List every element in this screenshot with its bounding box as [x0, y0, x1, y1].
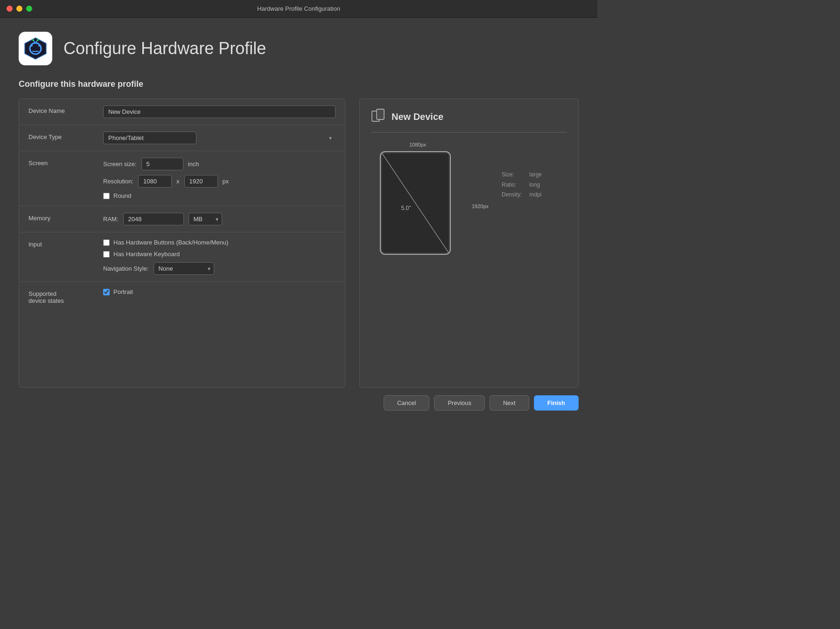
ratio-spec-value: long — [529, 180, 555, 190]
hw-keyboard-row: Has Hardware Keyboard — [103, 251, 336, 258]
hw-buttons-row: Has Hardware Buttons (Back/Home/Menu) — [103, 239, 336, 246]
hw-buttons-checkbox[interactable] — [103, 239, 110, 246]
resolution-label: Resolution: — [103, 178, 133, 185]
resolution-unit: px — [223, 178, 229, 185]
device-name-label: Device Name — [28, 105, 103, 114]
next-button[interactable]: Next — [490, 395, 529, 411]
svg-point-7 — [32, 39, 34, 41]
screen-label: Screen — [28, 158, 103, 167]
memory-label: Memory — [28, 213, 103, 222]
header: Configure Hardware Profile — [19, 32, 579, 65]
device-illustration: 1080px 5.0" 1920px — [371, 142, 464, 263]
device-name-controls — [103, 105, 336, 118]
svg-point-2 — [31, 45, 33, 47]
form-area: Device Name Device Type Phone/Tablet Tab… — [19, 98, 579, 388]
minimize-button[interactable] — [16, 6, 22, 12]
ram-unit-select-wrapper: MB GB — [189, 213, 222, 225]
resolution-y-input[interactable] — [184, 175, 218, 188]
main-content: Configure Hardware Profile Configure thi… — [0, 18, 597, 420]
window-title: Hardware Profile Configuration — [257, 5, 340, 12]
size-spec-value: large — [529, 170, 555, 180]
preview-panel: New Device 1080px — [359, 98, 579, 388]
button-bar: Cancel Previous Next Finish — [19, 388, 579, 411]
input-controls: Has Hardware Buttons (Back/Home/Menu) Ha… — [103, 239, 336, 275]
resolution-sep: x — [176, 178, 180, 185]
preview-device-icon — [371, 108, 385, 126]
logo-icon — [23, 36, 48, 61]
app-logo — [19, 32, 52, 65]
portrait-label[interactable]: Portrait — [113, 288, 133, 295]
previous-button[interactable]: Previous — [434, 395, 485, 411]
page-title: Configure Hardware Profile — [63, 39, 266, 58]
title-bar: Hardware Profile Configuration — [0, 0, 597, 18]
device-type-select[interactable]: Phone/Tablet Tablet Phone Wear OS Deskto… — [103, 132, 196, 144]
cancel-button[interactable]: Cancel — [384, 395, 429, 411]
screen-controls: Screen size: inch Resolution: x px Round — [103, 158, 336, 199]
size-spec-label: Size: — [502, 170, 528, 180]
ram-label: RAM: — [103, 216, 119, 223]
hw-keyboard-checkbox[interactable] — [103, 251, 110, 258]
width-label: 1080px — [371, 142, 464, 147]
form-panel: Device Name Device Type Phone/Tablet Tab… — [19, 98, 345, 388]
phone-svg: 5.0" — [371, 149, 464, 261]
screen-row: Screen Screen size: inch Resolution: x p… — [19, 151, 345, 206]
density-spec-row: Density: mdpi — [502, 190, 555, 200]
preview-header: New Device — [371, 108, 567, 133]
nav-style-select-wrapper: None D-pad Trackball Wheel — [154, 262, 214, 275]
supported-states-row: Supported device states Portrait — [19, 282, 345, 311]
height-label: 1920px — [472, 203, 489, 209]
device-type-controls: Phone/Tablet Tablet Phone Wear OS Deskto… — [103, 132, 336, 144]
finish-button[interactable]: Finish — [534, 395, 579, 411]
nav-style-select[interactable]: None D-pad Trackball Wheel — [154, 262, 214, 275]
close-button[interactable] — [7, 6, 13, 12]
round-row: Round — [103, 192, 336, 199]
input-row: Input Has Hardware Buttons (Back/Home/Me… — [19, 232, 345, 282]
device-type-row: Device Type Phone/Tablet Tablet Phone We… — [19, 125, 345, 151]
preview-device-name: New Device — [392, 112, 443, 122]
preview-body: 1080px 5.0" 1920px — [371, 142, 567, 263]
input-label: Input — [28, 239, 103, 248]
density-spec-value: mdpi — [529, 190, 555, 200]
screen-size-label: Screen size: — [103, 161, 137, 168]
hw-buttons-label[interactable]: Has Hardware Buttons (Back/Home/Menu) — [113, 239, 228, 246]
ram-row: RAM: MB GB — [103, 213, 336, 225]
screen-size-row: Screen size: inch — [103, 158, 336, 170]
maximize-button[interactable] — [26, 6, 32, 12]
round-label[interactable]: Round — [113, 192, 131, 199]
resolution-x-input[interactable] — [138, 175, 172, 188]
screen-size-input[interactable] — [141, 158, 183, 170]
density-spec-label: Density: — [502, 190, 528, 200]
nav-style-label: Navigation Style: — [103, 265, 149, 272]
svg-text:5.0": 5.0" — [401, 205, 411, 211]
device-type-label: Device Type — [28, 132, 103, 140]
screen-size-unit: inch — [188, 161, 199, 168]
ram-input[interactable] — [123, 213, 184, 225]
round-checkbox[interactable] — [103, 193, 110, 199]
size-spec-row: Size: large — [502, 170, 555, 180]
device-spec-info: Size: large Ratio: long Density: mdpi — [502, 170, 555, 200]
ratio-spec-row: Ratio: long — [502, 180, 555, 190]
ram-unit-select[interactable]: MB GB — [189, 213, 222, 225]
supported-states-controls: Portrait — [103, 288, 336, 295]
device-type-select-wrapper: Phone/Tablet Tablet Phone Wear OS Deskto… — [103, 132, 336, 144]
resolution-row: Resolution: x px — [103, 175, 336, 188]
svg-marker-0 — [25, 38, 46, 59]
phone-svg-wrap: 5.0" 1920px — [371, 149, 464, 263]
portrait-checkbox[interactable] — [103, 289, 110, 295]
svg-point-3 — [38, 45, 40, 47]
device-name-input[interactable] — [103, 105, 336, 118]
window-controls — [7, 6, 32, 12]
memory-row: Memory RAM: MB GB — [19, 206, 345, 232]
ratio-spec-label: Ratio: — [502, 180, 528, 190]
svg-point-8 — [37, 39, 39, 41]
supported-states-label: Supported device states — [28, 288, 103, 304]
memory-controls: RAM: MB GB — [103, 213, 336, 225]
nav-style-row: Navigation Style: None D-pad Trackball W… — [103, 262, 336, 275]
svg-rect-10 — [377, 109, 384, 119]
portrait-row: Portrait — [103, 288, 336, 295]
section-title: Configure this hardware profile — [19, 79, 579, 89]
hw-keyboard-label[interactable]: Has Hardware Keyboard — [113, 251, 180, 258]
device-name-row: Device Name — [19, 99, 345, 125]
